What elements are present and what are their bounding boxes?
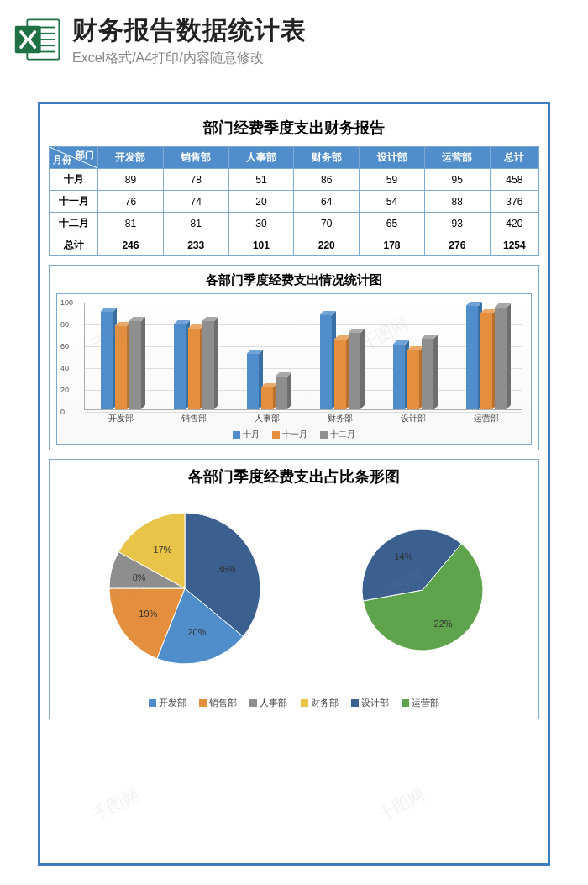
legend-item: 十一月 [272,429,307,440]
y-tick-label: 20 [60,386,69,394]
y-tick-label: 40 [60,364,69,372]
bar-十月 [393,345,405,409]
data-table: 部门 月份 开发部 销售部 人事部 财务部 设计部 运营部 总计 十月89785… [49,146,539,256]
bar-十一月 [480,313,492,409]
pie-slice-label: 17% [154,545,172,555]
legend-label: 开发部 [159,697,186,709]
bar-十一月 [188,329,200,409]
bar-十二月 [349,333,360,409]
legend-item: 设计部 [351,697,389,709]
bar-十二月 [129,321,141,409]
cell: 376 [490,191,538,213]
y-tick-label: 100 [60,298,73,307]
bar-group: 开发部 [85,303,158,409]
bar-group: 人事部 [231,303,304,409]
col-header: 运营部 [424,147,490,169]
col-header: 总计 [490,147,538,169]
bar-十月 [174,324,186,409]
cell: 220 [294,234,360,256]
legend-label: 人事部 [260,697,287,709]
cell: 86 [294,169,360,191]
pie-left: 36%20%19%8%17% [92,500,277,685]
x-tick-label: 财务部 [303,413,376,424]
cell: 233 [163,234,228,256]
cell: 89 [98,169,164,191]
row-label: 十一月 [50,191,98,213]
legend-label: 财务部 [311,697,339,709]
watermark: 千图网 [88,782,144,826]
bar-group: 运营部 [449,303,522,409]
bar-plot-area: 开发部销售部人事部财务部设计部运营部 [84,303,522,410]
cell: 65 [360,213,425,234]
cell: 93 [424,213,490,234]
bar-十月 [101,312,113,409]
table-row: 十月897851865995458 [50,169,539,191]
corner-bottom-label: 月份 [53,154,71,166]
x-tick-label: 开发部 [85,413,158,424]
pie-slice-label: 22% [434,619,453,629]
cell: 1254 [490,234,538,256]
row-label: 十二月 [50,213,98,234]
legend-item: 十二月 [320,429,355,440]
legend-label: 十二月 [330,429,355,440]
bar-十月 [466,306,478,410]
row-label: 十月 [50,169,98,191]
cell: 88 [424,191,490,213]
legend-label: 十一月 [282,429,307,440]
bar-十二月 [495,308,507,409]
cell: 95 [424,169,490,191]
report-title: 部门经费季度支出财务报告 [49,118,539,138]
table-row: 十二月818130706593420 [50,213,539,234]
legend-label: 设计部 [361,697,389,709]
report-sheet: 部门经费季度支出财务报告 部门 月份 开发部 销售部 人事部 财务部 设计部 运… [38,102,550,866]
bar-十二月 [276,377,287,409]
col-header: 设计部 [360,147,425,169]
cell: 74 [163,191,228,213]
y-tick-label: 80 [60,320,69,329]
page-header: 财务报告数据统计表 Excel格式/A4打印/内容随意修改 [0,0,588,76]
cell: 420 [490,213,538,234]
cell: 178 [360,234,425,256]
pie-slice-label: 8% [133,572,146,582]
bar-十一月 [334,340,346,409]
col-header: 人事部 [228,147,294,169]
bar-legend: 十月 十一月 十二月 [57,429,531,440]
pie-slice-label: 14% [394,551,412,561]
legend-item: 人事部 [249,697,287,709]
cell: 51 [228,169,294,191]
x-tick-label: 设计部 [376,413,449,424]
bar-十一月 [261,387,273,409]
col-header: 财务部 [294,147,360,169]
col-header: 销售部 [163,147,228,169]
cell: 20 [228,191,294,213]
bar-十二月 [422,339,433,410]
table-row: 十一月767420645488376 [50,191,539,213]
bar-十月 [247,354,259,409]
y-tick-label: 60 [60,342,69,350]
cell: 59 [360,169,425,191]
bar-group: 财务部 [303,303,376,409]
bar-十二月 [202,321,214,409]
cell: 30 [228,213,294,234]
legend-label: 销售部 [209,697,237,709]
bar-groups: 开发部销售部人事部财务部设计部运营部 [85,303,522,409]
cell: 76 [98,191,164,213]
legend-item: 十月 [233,429,260,440]
bar-chart-title: 各部门季度经费支出情况统计图 [56,272,532,288]
row-label: 总计 [50,234,98,256]
page-title: 财务报告数据统计表 [72,13,575,48]
pie-chart-title: 各部门季度经费支出占比条形图 [56,466,532,487]
bar-chart: 开发部销售部人事部财务部设计部运营部 十月 十一月 十二月 0204060801… [56,293,532,445]
x-tick-label: 人事部 [231,413,304,424]
bar-group: 销售部 [158,303,231,409]
pie-slice-label: 36% [218,564,236,574]
header-text: 财务报告数据统计表 Excel格式/A4打印/内容随意修改 [72,13,575,67]
cell: 101 [228,234,294,256]
legend-label: 运营部 [412,697,439,709]
bar-十月 [320,315,332,409]
cell: 246 [98,234,164,256]
corner-top-label: 部门 [76,149,94,161]
bar-十一月 [407,350,419,409]
pie-legend: 开发部 销售部 人事部 财务部 设计部 运营部 [56,693,532,709]
table-total-row: 总计2462331012201782761254 [50,234,539,256]
